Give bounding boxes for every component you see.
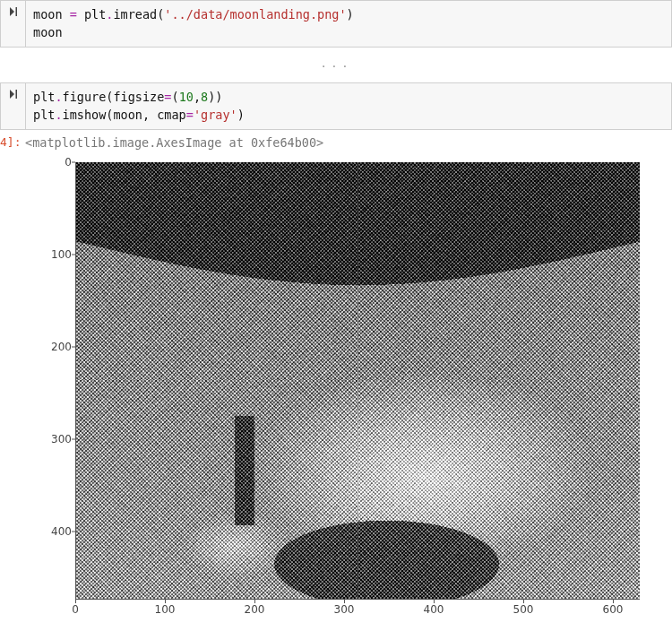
- y-tick-label: 100: [45, 248, 72, 261]
- x-tick-mark: [523, 600, 524, 603]
- x-tick-label: 500: [513, 603, 534, 616]
- code-area-2[interactable]: plt.figure(figsize=(10,8)) plt.imshow(mo…: [26, 83, 671, 129]
- y-tick-label: 200: [45, 341, 72, 353]
- y-tick-label: 0: [45, 156, 72, 169]
- tok: ,: [194, 90, 201, 104]
- tok: plt: [33, 90, 55, 104]
- x-tick-mark: [254, 600, 255, 603]
- y-tick-mark: [72, 532, 75, 532]
- output-repr: <matplotlib.image.AxesImage at 0xfe64b00…: [25, 135, 323, 150]
- tok: moon: [33, 25, 63, 39]
- tok: figure: [63, 90, 107, 104]
- tok: =: [186, 108, 194, 122]
- output-row: 4]: <matplotlib.image.AxesImage at 0xfe6…: [0, 132, 672, 155]
- tok: ): [347, 7, 354, 22]
- svg-rect-0: [15, 7, 17, 16]
- x-tick-mark: [344, 600, 345, 603]
- tok: ): [215, 90, 222, 104]
- output-prompt: 4]:: [0, 135, 25, 150]
- y-tick-mark: [72, 162, 75, 163]
- x-tick-mark: [613, 600, 614, 603]
- x-tick-label: 200: [245, 603, 265, 616]
- plot-image: [76, 162, 640, 599]
- x-tick-label: 400: [424, 603, 444, 616]
- plot-axes: [75, 162, 640, 600]
- x-tick-label: 300: [334, 603, 355, 616]
- tok: 8: [201, 90, 208, 104]
- y-tick-label: 300: [45, 433, 72, 445]
- tok: ): [237, 108, 245, 122]
- tok: imread: [113, 7, 157, 22]
- x-tick-mark: [165, 600, 166, 603]
- tok: 'gray': [194, 108, 237, 122]
- y-tick-mark: [72, 255, 75, 255]
- y-tick-mark: [72, 347, 75, 348]
- code-cell-2[interactable]: plt.figure(figsize=(10,8)) plt.imshow(mo…: [0, 82, 672, 130]
- y-tick-label: 400: [45, 525, 72, 538]
- run-next-icon: [9, 6, 18, 17]
- tok: imshow: [63, 108, 107, 122]
- tok: plt: [33, 108, 55, 122]
- tok: 10: [179, 90, 194, 104]
- x-tick-label: 600: [603, 603, 624, 616]
- run-next-icon: [9, 89, 18, 99]
- run-button-1[interactable]: [1, 1, 26, 47]
- code-area-1[interactable]: moon = plt.imread('../data/moonlanding.p…: [26, 1, 671, 47]
- code-cell-1[interactable]: moon = plt.imread('../data/moonlanding.p…: [0, 0, 672, 48]
- tok: '../data/moonlanding.png': [164, 7, 346, 22]
- svg-rect-1: [15, 90, 17, 99]
- tok: moon: [33, 7, 70, 22]
- tok: =: [164, 90, 171, 104]
- tok: ,: [142, 108, 157, 122]
- tok: =: [70, 7, 77, 22]
- x-tick-label: 0: [72, 603, 79, 616]
- tok: (: [172, 90, 179, 104]
- y-tick-mark: [72, 439, 75, 440]
- tok: .: [55, 90, 62, 104]
- run-button-2[interactable]: [1, 83, 26, 129]
- tok: plt: [77, 7, 107, 22]
- tok: .: [55, 108, 62, 122]
- collapsed-output-ellipsis[interactable]: ...: [0, 49, 672, 82]
- x-tick-mark: [75, 600, 76, 603]
- plot-output: 01002003004000100200300400500600: [45, 159, 654, 634]
- tok: figsize: [113, 90, 164, 104]
- tok: cmap: [157, 108, 186, 122]
- x-tick-label: 100: [155, 603, 176, 616]
- tok: moon: [113, 108, 142, 122]
- x-tick-mark: [434, 600, 435, 603]
